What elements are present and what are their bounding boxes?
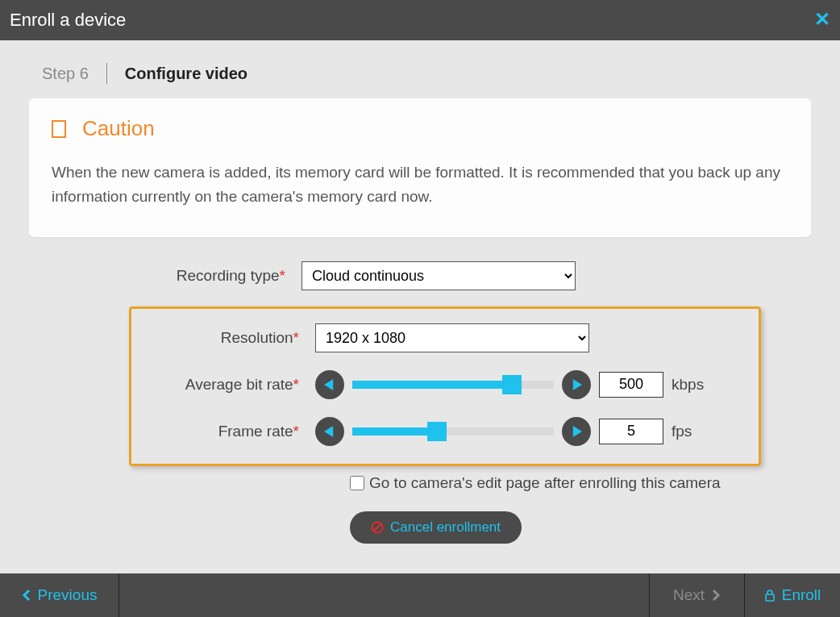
- bitrate-slider-thumb[interactable]: [502, 375, 522, 394]
- framerate-slider[interactable]: [352, 427, 554, 436]
- bitrate-unit: kbps: [672, 376, 704, 394]
- bitrate-label: Average bit rate*: [143, 376, 304, 394]
- modal-content: Step 6 Configure video Caution When the …: [0, 40, 840, 544]
- caution-text: When the new camera is added, its memory…: [52, 161, 788, 210]
- resolution-row: Resolution* 1920 x 1080: [143, 323, 747, 352]
- framerate-increase-button[interactable]: [562, 417, 591, 446]
- form-area: Recording type* Cloud continuous Resolut…: [0, 261, 840, 544]
- goto-edit-label: Go to camera's edit page after enrolling…: [369, 474, 721, 492]
- svg-marker-3: [573, 426, 582, 437]
- framerate-label: Frame rate*: [143, 423, 304, 440]
- step-title: Configure video: [125, 65, 247, 83]
- modal-title: Enroll a device: [10, 10, 126, 31]
- cancel-enrollment-button[interactable]: Cancel enrollment: [350, 511, 522, 544]
- svg-rect-6: [766, 594, 774, 601]
- next-button[interactable]: Next: [650, 573, 745, 617]
- resolution-select[interactable]: 1920 x 1080: [315, 323, 589, 352]
- highlight-box: Resolution* 1920 x 1080 Average bit rate…: [129, 306, 761, 466]
- recording-type-label: Recording type*: [48, 267, 290, 285]
- resolution-label: Resolution*: [143, 329, 304, 347]
- triangle-left-icon: [324, 379, 335, 390]
- triangle-right-icon: [571, 379, 582, 390]
- svg-marker-1: [573, 379, 582, 390]
- step-label: Step 6: [42, 65, 89, 83]
- caution-panel: Caution When the new camera is added, it…: [29, 98, 811, 237]
- close-icon[interactable]: ✕: [814, 8, 830, 31]
- modal-header: Enroll a device ✕: [0, 0, 840, 40]
- bitrate-input[interactable]: [599, 372, 663, 398]
- bitrate-row: Average bit rate* kbps: [143, 370, 747, 399]
- svg-marker-2: [324, 426, 333, 437]
- enroll-button[interactable]: Enroll: [745, 573, 840, 617]
- footer-bar: Previous Next Enroll: [0, 573, 840, 617]
- bitrate-slider[interactable]: [352, 381, 554, 389]
- caution-icon: [52, 120, 66, 138]
- goto-edit-checkbox[interactable]: [350, 476, 364, 490]
- framerate-input[interactable]: [599, 419, 663, 444]
- recording-type-select[interactable]: Cloud continuous: [301, 261, 576, 290]
- chevron-right-icon: [711, 589, 721, 602]
- cancel-icon: [371, 521, 384, 534]
- framerate-row: Frame rate* fps: [143, 417, 747, 446]
- step-header: Step 6 Configure video: [0, 63, 840, 98]
- footer-spacer: [119, 573, 650, 617]
- bitrate-decrease-button[interactable]: [315, 370, 344, 399]
- step-divider: [106, 63, 107, 84]
- goto-edit-row: Go to camera's edit page after enrolling…: [48, 474, 792, 492]
- triangle-right-icon: [571, 426, 582, 437]
- previous-button[interactable]: Previous: [0, 573, 119, 617]
- framerate-unit: fps: [672, 423, 692, 440]
- framerate-slider-thumb[interactable]: [427, 422, 447, 441]
- framerate-decrease-button[interactable]: [315, 417, 344, 446]
- chevron-left-icon: [22, 589, 31, 602]
- svg-line-5: [374, 524, 380, 531]
- triangle-left-icon: [324, 426, 335, 437]
- svg-marker-0: [324, 379, 333, 390]
- lock-icon: [764, 589, 776, 602]
- bitrate-increase-button[interactable]: [562, 370, 591, 399]
- caution-title: Caution: [82, 116, 155, 141]
- recording-type-row: Recording type* Cloud continuous: [48, 261, 792, 290]
